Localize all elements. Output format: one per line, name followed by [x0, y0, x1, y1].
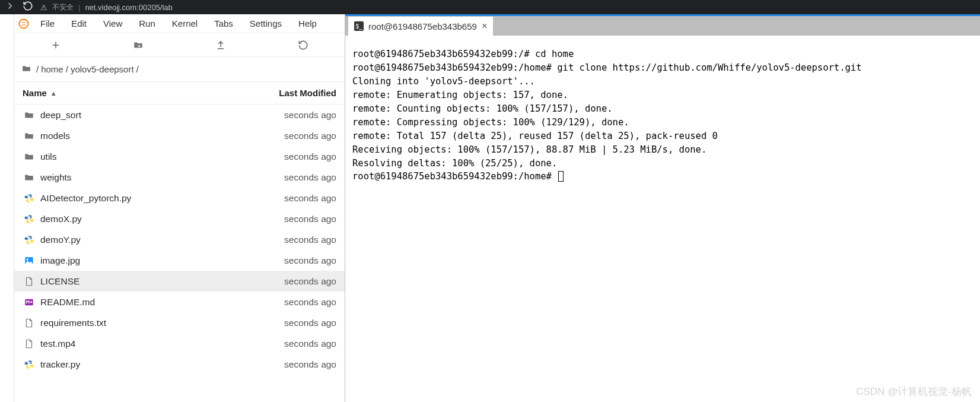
breadcrumb-home[interactable]: home: [41, 64, 63, 74]
file-row[interactable]: deep_sortseconds ago: [14, 105, 345, 125]
menu-file[interactable]: File: [33, 16, 62, 31]
column-modified[interactable]: Last Modified: [230, 88, 336, 98]
file-modified: seconds ago: [230, 338, 336, 349]
file-modified: seconds ago: [230, 172, 336, 183]
file-row[interactable]: demoX.pyseconds ago: [14, 208, 345, 229]
sort-ascending-icon: ▲: [50, 90, 57, 97]
file-modified: seconds ago: [230, 131, 336, 141]
folder-icon: [23, 131, 36, 141]
file-modified: seconds ago: [230, 255, 336, 266]
file-modified: seconds ago: [230, 276, 336, 287]
forward-icon[interactable]: [5, 1, 15, 14]
file-name: utils: [40, 151, 230, 162]
activity-rail: [0, 14, 14, 402]
breadcrumb-sep: /: [66, 64, 68, 74]
file-modified: seconds ago: [230, 359, 336, 370]
menu-tabs[interactable]: Tabs: [207, 16, 240, 31]
py-icon: [23, 214, 36, 224]
jupyter-logo-icon[interactable]: [17, 17, 31, 31]
svg-point-2: [27, 258, 28, 260]
py-icon: [23, 235, 36, 245]
file-name: deep_sort: [40, 110, 230, 121]
security-warning-icon: ⚠: [40, 3, 47, 12]
file-name: demoX.py: [40, 214, 230, 224]
menu-bar: File Edit View Run Kernel Tabs Settings …: [14, 14, 345, 33]
img-icon: [23, 255, 36, 266]
new-launcher-button[interactable]: [14, 40, 97, 50]
folder-icon: [23, 110, 36, 121]
menu-edit[interactable]: Edit: [64, 16, 94, 31]
file-row[interactable]: image.jpgseconds ago: [14, 250, 345, 271]
file-row[interactable]: weightsseconds ago: [14, 167, 345, 188]
terminal-icon: $_: [354, 21, 364, 31]
file-name: README.md: [40, 297, 230, 308]
menu-view[interactable]: View: [96, 16, 129, 31]
url-text[interactable]: net.videojj.com:00205/lab: [85, 3, 172, 12]
folder-icon: [23, 172, 36, 183]
reload-icon[interactable]: [23, 1, 33, 14]
upload-button[interactable]: [180, 40, 262, 50]
file-modified: seconds ago: [230, 235, 336, 245]
file-modified: seconds ago: [230, 297, 336, 308]
new-folder-button[interactable]: [97, 40, 179, 50]
file-toolbar: [14, 33, 345, 57]
breadcrumb-sep: /: [136, 64, 139, 74]
file-modified: seconds ago: [230, 318, 336, 328]
file-modified: seconds ago: [230, 193, 336, 204]
tab-bar: $_ root@61948675eb343b659 ×: [345, 14, 980, 36]
file-modified: seconds ago: [230, 214, 336, 224]
terminal-tab[interactable]: $_ root@61948675eb343b659 ×: [348, 16, 494, 36]
menu-run[interactable]: Run: [132, 16, 163, 31]
breadcrumb: / home / yolov5-deepsort /: [14, 57, 345, 82]
menu-help[interactable]: Help: [291, 16, 324, 31]
terminal-panel: $_ root@61948675eb343b659 × root@6194867…: [345, 14, 980, 402]
file-name: LICENSE: [40, 276, 230, 287]
refresh-button[interactable]: [262, 40, 345, 50]
file-modified: seconds ago: [230, 110, 336, 121]
file-name: image.jpg: [40, 255, 230, 266]
file-row[interactable]: README.mdseconds ago: [14, 292, 345, 312]
svg-point-0: [20, 19, 28, 28]
breadcrumb-current[interactable]: yolov5-deepsort: [71, 64, 134, 74]
file-name: test.mp4: [40, 338, 230, 349]
file-row[interactable]: LICENSEseconds ago: [14, 271, 345, 292]
file-name: tracker.py: [40, 359, 230, 370]
column-name-label: Name: [23, 88, 47, 98]
url-separator: |: [78, 3, 80, 12]
file-icon: [23, 318, 36, 328]
file-name: demoY.py: [40, 235, 230, 245]
breadcrumb-sep: /: [36, 64, 39, 74]
terminal-output[interactable]: root@61948675eb343b659432eb99:/# cd home…: [345, 36, 980, 402]
menu-kernel[interactable]: Kernel: [165, 16, 205, 31]
file-row[interactable]: requirements.txtseconds ago: [14, 312, 345, 333]
md-icon: [23, 297, 36, 308]
file-icon: [23, 338, 36, 349]
file-name: weights: [40, 172, 230, 183]
file-modified: seconds ago: [230, 151, 336, 162]
browser-address-bar: ⚠ 不安全 | net.videojj.com:00205/lab: [0, 0, 980, 14]
file-name: AIDetector_pytorch.py: [40, 193, 230, 204]
menu-settings[interactable]: Settings: [243, 16, 289, 31]
security-text: 不安全: [52, 2, 74, 12]
file-row[interactable]: demoY.pyseconds ago: [14, 229, 345, 250]
file-browser-panel: File Edit View Run Kernel Tabs Settings …: [14, 14, 345, 402]
py-icon: [23, 359, 36, 370]
file-row[interactable]: modelsseconds ago: [14, 125, 345, 146]
file-name: models: [40, 131, 230, 141]
file-row[interactable]: AIDetector_pytorch.pyseconds ago: [14, 188, 345, 208]
folder-icon: [23, 151, 36, 162]
file-row[interactable]: test.mp4seconds ago: [14, 333, 345, 354]
file-list: deep_sortseconds agomodelsseconds agouti…: [14, 105, 345, 402]
folder-icon[interactable]: [21, 64, 31, 75]
close-icon[interactable]: ×: [482, 21, 487, 31]
file-row[interactable]: tracker.pyseconds ago: [14, 354, 345, 375]
py-icon: [23, 193, 36, 204]
file-row[interactable]: utilsseconds ago: [14, 146, 345, 167]
file-name: requirements.txt: [40, 318, 230, 328]
file-list-header: Name ▲ Last Modified: [14, 82, 345, 105]
tab-title: root@61948675eb343b659: [368, 21, 477, 31]
column-modified-label: Last Modified: [279, 88, 336, 98]
file-icon: [23, 276, 36, 287]
column-name[interactable]: Name ▲: [23, 88, 230, 98]
